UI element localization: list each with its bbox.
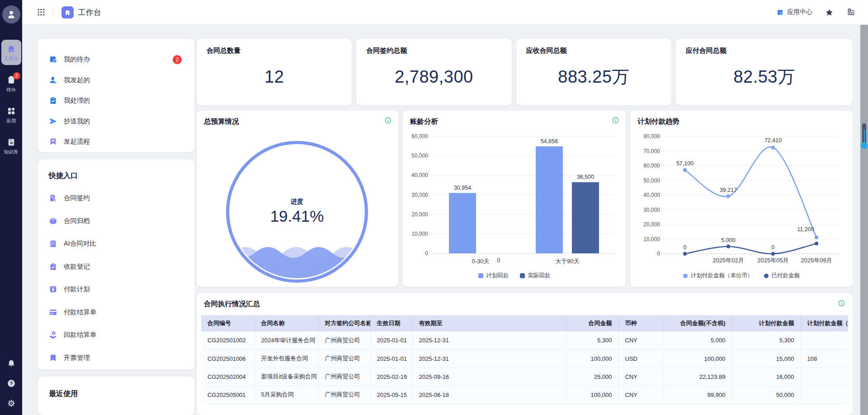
app-center-label: 应用中心 [787, 8, 812, 16]
legend-item[interactable]: 计划付款金额（本位币） [683, 272, 753, 280]
svg-text:40,000: 40,000 [643, 192, 660, 198]
rail-item-label: 知识库 [4, 149, 19, 155]
bell-icon[interactable] [7, 359, 16, 368]
legend-item[interactable]: 实际回款 [520, 272, 551, 280]
menu-item-label: 收款登记 [64, 262, 90, 271]
svg-text:2025年02月: 2025年02月 [712, 257, 744, 264]
table-row[interactable]: CG2025010022024年审计服务合同广州商贸公司2025-01-0120… [201, 331, 848, 350]
column-header: 合同金额 [566, 315, 618, 331]
table-cell: 5月采购合同 [255, 386, 318, 404]
recent-title: 最近使用 [38, 385, 194, 405]
svg-text:0: 0 [425, 250, 428, 256]
menu-item-label: 抄送我的 [64, 117, 90, 126]
table-row[interactable]: CG202502004新项目it设备采购合同广州商贸公司2025-02-1920… [201, 368, 848, 386]
svg-text:大于90天: 大于90天 [555, 258, 579, 265]
stat-title: 应付合同总额 [686, 47, 843, 55]
table-row[interactable]: CG2025050015月采购合同广州商贸公司2025-05-152025-06… [201, 386, 848, 404]
svg-text:2025年09月: 2025年09月 [801, 257, 832, 264]
rail-item-workbench[interactable]: 工作台 [1, 40, 21, 65]
rail-bottom: ? [7, 359, 16, 408]
rail-item-label: 待办 [6, 87, 16, 93]
svg-text:80,000: 80,000 [643, 133, 660, 140]
avatar[interactable] [2, 5, 20, 23]
table-row[interactable]: CG202501006开发外包服务合同广州商贸公司2025-01-012025-… [201, 350, 848, 368]
quick-entry-item[interactable]: 合同归档 [38, 210, 194, 233]
table-cell: CG202501002 [201, 331, 255, 350]
quick-entry-item[interactable]: 开票管理 [38, 346, 194, 369]
left-column: 我的待办2我发起的我处理的抄送我的发起流程 快捷入口 合同签约合同归档AI合同对… [38, 39, 194, 415]
legend-item[interactable]: 已付款金额 [764, 272, 800, 280]
quick-entry-menu: 合同签约合同归档AI合同对比收款登记付款计划付款结算单回款结算单开票管理 [38, 187, 194, 369]
main-content: 我的待办2我发起的我处理的抄送我的发起流程 快捷入口 合同签约合同归档AI合同对… [38, 39, 853, 415]
table-cell: 2025-06-18 [412, 386, 566, 404]
table-cell: 广州商贸公司 [318, 331, 370, 350]
quick-entry-item[interactable]: 付款结算单 [38, 301, 194, 324]
menu-item-label: 我处理的 [64, 96, 90, 105]
todo-menu-item[interactable]: 我的待办2 [38, 49, 194, 70]
info-icon[interactable] [612, 117, 619, 124]
app-center-button[interactable]: 应用中心 [776, 8, 812, 16]
rail-item-label: 应用 [6, 118, 16, 124]
column-header: 合同名称 [255, 315, 318, 331]
table-cell: CNY [618, 386, 664, 404]
table-cell: 广州商贸公司 [318, 386, 370, 404]
aging-title: 账龄分析 [410, 117, 438, 125]
menu-item-label: 付款结算单 [64, 308, 97, 317]
table-cell: CG202505001 [201, 386, 255, 404]
menu-item-label: AI合同对比 [64, 239, 96, 248]
page-scrollbar-track[interactable] [860, 25, 868, 415]
stat-card: 应收合同总额883.25万 [516, 39, 671, 105]
table-cell: 5,300 [732, 331, 801, 350]
todo-menu-item[interactable]: 抄送我的 [38, 111, 194, 132]
info-icon[interactable] [838, 299, 845, 307]
page-scrollbar-thumb[interactable] [860, 123, 868, 151]
quick-entry-panel: 快捷入口 合同签约合同归档AI合同对比收款登记付款计划付款结算单回款结算单开票管… [38, 159, 194, 369]
quick-entry-item[interactable]: AI合同对比 [38, 233, 194, 256]
svg-text:2025年05月: 2025年05月 [757, 257, 788, 264]
stat-card: 应付合同总额82.53万 [676, 39, 853, 105]
profile-settings-icon[interactable] [846, 8, 855, 17]
column-header: 币种 [618, 315, 664, 331]
column-header: 对方签约公司名称 [318, 315, 370, 331]
rail-item-knowledge[interactable]: AI知识库 [1, 133, 21, 159]
column-header: 合同编号 [201, 315, 255, 331]
star-icon[interactable] [825, 8, 834, 17]
table-cell [801, 368, 848, 386]
quick-entry-item[interactable]: 付款计划 [38, 278, 194, 301]
credit-card-icon [49, 308, 57, 317]
hand-coin-icon [49, 331, 57, 339]
quick-entry-item[interactable]: 合同签约 [38, 187, 194, 210]
home-icon [7, 44, 16, 53]
stat-value: 2,789,300 [356, 67, 511, 86]
rail-badge: 2 [13, 72, 20, 79]
rail-item-apps[interactable]: 应用 [1, 102, 21, 127]
gear-icon[interactable] [7, 399, 16, 408]
svg-text:72,410: 72,410 [764, 137, 782, 144]
stat-card: 合同签约总额2,789,300 [356, 39, 511, 105]
question-icon[interactable]: ? [7, 379, 16, 388]
table-cell: CNY [618, 368, 664, 386]
svg-text:57,100: 57,100 [676, 160, 693, 167]
info-icon[interactable] [384, 117, 392, 124]
quick-entry-item[interactable]: 收款登记 [38, 255, 194, 278]
todo-count-badge: 2 [173, 55, 182, 64]
todo-menu-item[interactable]: 发起流程 [38, 131, 194, 152]
paper-plane-icon [49, 117, 57, 126]
column-header: 有效期至 [412, 315, 566, 331]
column-header: 生效日期 [370, 315, 412, 331]
apps-launcher-icon[interactable] [37, 8, 46, 17]
svg-text:70,000: 70,000 [643, 148, 660, 154]
contract-table: 合同编号合同名称对方签约公司名称生效日期有效期至合同金额币种合同金额(不含税)计… [201, 315, 848, 404]
stat-title: 合同签约总额 [366, 47, 501, 55]
todo-menu-item[interactable]: 我处理的 [38, 90, 194, 111]
workspace-home-icon[interactable] [61, 6, 74, 19]
rail-item-todo[interactable]: 2待办 [1, 71, 21, 96]
menu-item-label: 开票管理 [64, 354, 90, 362]
legend-item[interactable]: 计划回款 [478, 272, 509, 280]
gauge-chart: 进度19.41% [204, 128, 391, 285]
quick-entry-item[interactable]: 回款结算单 [38, 324, 194, 347]
table-cell: USD [618, 350, 664, 368]
todo-menu-item[interactable]: 我发起的 [38, 70, 194, 91]
table-cell: 广州商贸公司 [318, 368, 370, 386]
trend-title: 计划付款趋势 [637, 117, 679, 125]
